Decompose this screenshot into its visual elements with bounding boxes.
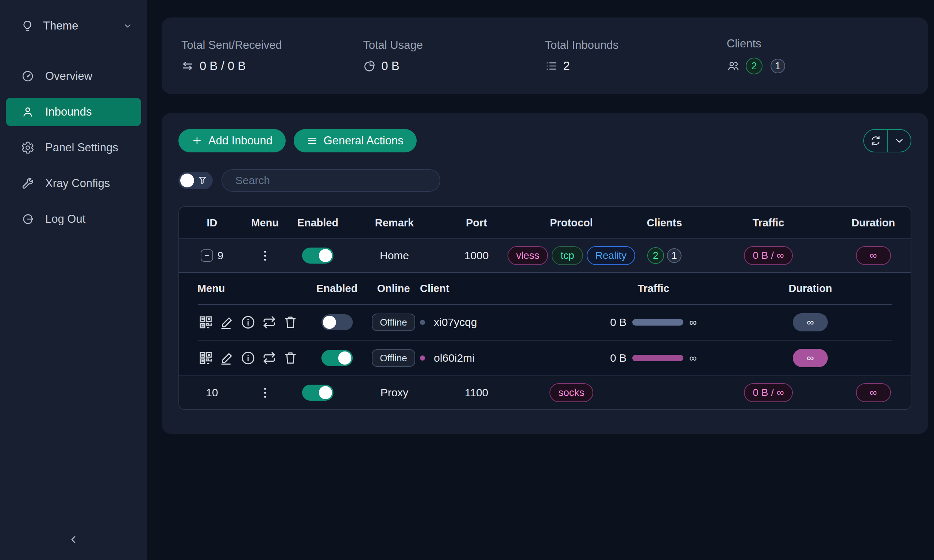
traffic-badge: 0 B / ∞	[744, 383, 792, 402]
sidebar-item-label: Overview	[45, 70, 92, 83]
edit-button[interactable]	[219, 314, 235, 331]
general-actions-button[interactable]: General Actions	[294, 129, 417, 152]
search-input[interactable]	[222, 169, 440, 192]
col-header-clients: Clients	[628, 217, 701, 229]
client-traffic-used: 0 B	[610, 316, 626, 328]
network-badge: tcp	[552, 246, 583, 265]
refresh-options-button[interactable]	[887, 130, 911, 152]
chevron-left-icon	[68, 534, 79, 545]
stat-label: Total Sent/Received	[181, 38, 363, 52]
sidebar-item-panel-settings[interactable]: Panel Settings	[6, 134, 141, 162]
inbound-row[interactable]: 9 Home 1000 vless tcp Reality 2 1	[179, 239, 911, 273]
transfer-arrows-icon	[181, 60, 194, 72]
client-row: Offline ol60i2mi 0 B ∞ ∞	[179, 340, 911, 375]
col-header-duration: Duration	[836, 217, 911, 229]
subcol-header-duration: Duration	[728, 283, 892, 295]
general-actions-label: General Actions	[324, 134, 404, 147]
sidebar: Theme Overview Inbounds	[0, 0, 147, 560]
traffic-badge: 0 B / ∞	[744, 246, 792, 265]
client-duration-badge: ∞	[793, 313, 828, 331]
sidebar-item-label: Inbounds	[45, 105, 92, 118]
sidebar-item-logout[interactable]: Log Out	[6, 205, 141, 233]
stat-value: 2	[563, 59, 570, 73]
subcol-header-traffic: Traffic	[579, 283, 728, 295]
stat-total-sent-received: Total Sent/Received 0 B / 0 B	[181, 38, 363, 73]
reset-traffic-button[interactable]	[261, 350, 277, 366]
inbound-enabled-toggle[interactable]	[302, 248, 333, 264]
duration-badge: ∞	[856, 246, 891, 265]
inbound-enabled-toggle[interactable]	[302, 385, 333, 401]
info-button[interactable]	[240, 314, 256, 331]
inbound-port: 1000	[464, 249, 489, 262]
collapse-row-button[interactable]	[201, 249, 213, 262]
inbound-row[interactable]: 10 Proxy 1100 socks 0 B / ∞ ∞	[179, 375, 911, 409]
plus-icon	[191, 135, 202, 146]
delete-button[interactable]	[282, 314, 299, 331]
protocol-badge: vless	[507, 246, 549, 265]
col-header-menu: Menu	[245, 217, 285, 229]
chevron-down-icon	[123, 21, 133, 31]
inbound-remark: Home	[380, 249, 409, 262]
reset-traffic-button[interactable]	[261, 314, 277, 331]
client-traffic-limit: ∞	[689, 352, 697, 364]
qrcode-button[interactable]	[197, 350, 214, 366]
clients-online-badge: 2	[647, 247, 664, 264]
clients-deactivated-badge: 1	[667, 248, 681, 263]
menu-lines-icon	[307, 135, 318, 146]
sidebar-collapse-button[interactable]	[0, 529, 147, 551]
add-inbound-label: Add Inbound	[208, 134, 273, 147]
col-header-id: ID	[179, 217, 245, 229]
client-enabled-toggle[interactable]	[321, 350, 353, 366]
user-icon	[21, 105, 34, 118]
qrcode-button[interactable]	[197, 314, 214, 331]
client-row: Offline xi07ycqg 0 B ∞ ∞	[179, 305, 911, 340]
client-status-dot	[420, 355, 425, 361]
inbound-id: 9	[217, 249, 223, 262]
logout-icon	[21, 212, 34, 226]
stat-label: Clients	[727, 37, 908, 50]
filter-toggle[interactable]	[179, 172, 213, 189]
sidebar-item-inbounds[interactable]: Inbounds	[6, 98, 141, 126]
sidebar-item-overview[interactable]: Overview	[6, 62, 141, 91]
theme-selector[interactable]: Theme	[0, 14, 147, 38]
clients-online-badge: 2	[746, 58, 763, 74]
add-inbound-button[interactable]: Add Inbound	[179, 129, 286, 152]
col-header-remark: Remark	[351, 217, 438, 229]
stat-clients: Clients 2 1	[727, 37, 908, 74]
online-status-tag: Offline	[372, 349, 415, 367]
subcol-header-menu: Menu	[197, 283, 307, 295]
pie-chart-icon	[363, 60, 375, 72]
stat-total-usage: Total Usage 0 B	[363, 38, 545, 73]
traffic-progress-bar	[632, 355, 683, 361]
inbounds-table: ID Menu Enabled Remark Port Protocol Cli…	[179, 206, 911, 410]
main-content: Total Sent/Received 0 B / 0 B Total Usag…	[147, 0, 934, 560]
inbound-id: 10	[206, 386, 218, 399]
client-name: xi07ycqg	[434, 316, 477, 328]
client-enabled-toggle[interactable]	[321, 314, 353, 330]
row-menu-button[interactable]	[261, 248, 269, 264]
protocol-badge: socks	[549, 383, 593, 402]
edit-button[interactable]	[219, 350, 235, 366]
sidebar-item-label: Log Out	[45, 212, 85, 226]
stat-total-inbounds: Total Inbounds 2	[545, 38, 727, 73]
client-name: ol60i2mi	[434, 352, 475, 364]
inbound-port: 1100	[465, 386, 489, 399]
toolbar: Add Inbound General Actions	[179, 129, 911, 152]
subcol-header-online: Online	[367, 283, 420, 295]
list-icon	[545, 60, 558, 72]
filter-row	[179, 169, 911, 192]
clients-deactivated-badge: 1	[771, 59, 785, 73]
refresh-icon	[870, 135, 882, 146]
client-traffic-used: 0 B	[610, 352, 626, 364]
row-menu-button[interactable]	[261, 385, 269, 401]
col-header-traffic: Traffic	[701, 217, 836, 229]
stats-card: Total Sent/Received 0 B / 0 B Total Usag…	[162, 17, 928, 94]
delete-button[interactable]	[282, 350, 299, 366]
info-button[interactable]	[240, 350, 256, 366]
subcol-header-enabled: Enabled	[307, 283, 367, 295]
sidebar-nav: Overview Inbounds Panel Settings	[0, 62, 147, 233]
refresh-button[interactable]	[864, 130, 887, 152]
traffic-progress-bar	[632, 319, 683, 326]
sidebar-item-xray-configs[interactable]: Xray Configs	[6, 169, 141, 198]
gear-icon	[21, 141, 34, 154]
